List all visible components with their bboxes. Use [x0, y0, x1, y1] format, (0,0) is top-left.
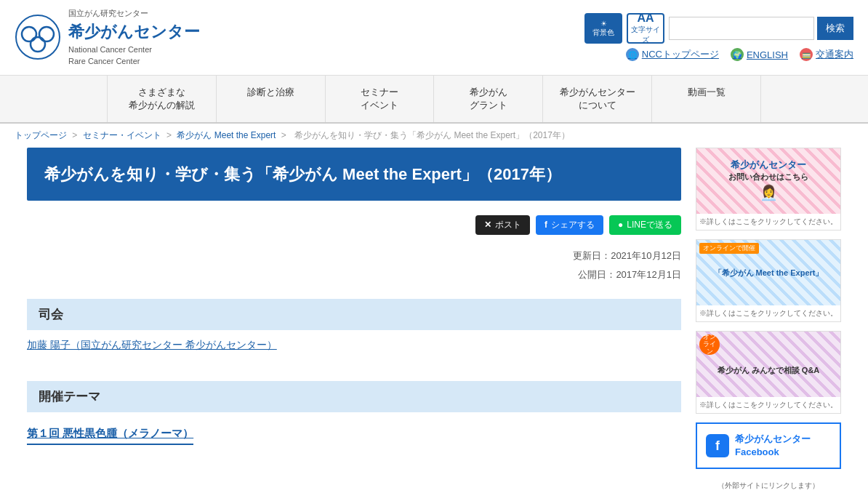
online-note: ※詳しくはここをクリックしてください。 [696, 305, 840, 321]
page-title: 希少がんを知り・学び・集う「希少がん Meet the Expert」（2017… [44, 162, 664, 186]
facebook-icon: f [706, 434, 729, 457]
qa-card-image: オンライン 希少がん みんなで相談 Q&A [696, 332, 840, 397]
inquiry-card-text: 希少がんセンター お問い合わせはこちら 👩‍💼 [728, 159, 808, 202]
svg-point-1 [22, 27, 36, 41]
inquiry-card[interactable]: 希少がんセンター お問い合わせはこちら 👩‍💼 ※詳しくはここをクリックしてくだ… [696, 148, 841, 231]
sidebar: 希少がんセンター お問い合わせはこちら 👩‍💼 ※詳しくはここをクリックしてくだ… [696, 148, 841, 491]
logo-sub: National Cancer CenterRare Cancer Center [68, 44, 200, 68]
facebook-share-button[interactable]: f シェアする [536, 215, 603, 235]
logo-icon [15, 14, 61, 60]
line-icon: ● [618, 220, 623, 230]
svg-point-2 [39, 27, 54, 41]
train-icon: 🚃 [800, 48, 813, 61]
nav-item-seminar[interactable]: セミナー イベント [326, 76, 435, 122]
header-tools: ☀ 背景色 AA 文字サイズ 検索 [584, 13, 853, 44]
dates-area: 更新日：2021年10月12日 公開日：2017年12月1日 [27, 246, 681, 284]
breadcrumb-sep1: > [72, 130, 79, 140]
nav-item-video[interactable]: 動画一覧 [652, 76, 761, 122]
updated-date: 更新日：2021年10月12日 [27, 246, 681, 265]
nav-inner: さまざまな 希少がんの解説 診断と治療 セミナー イベント 希少がん グラント … [107, 76, 761, 122]
qa-badge-icon: オンライン [699, 334, 720, 355]
bg-color-button[interactable]: ☀ 背景色 [584, 13, 622, 44]
inquiry-card-image: 希少がんセンター お問い合わせはこちら 👩‍💼 [696, 148, 840, 214]
breadcrumb-mte[interactable]: 希少がん Meet the Expert [177, 130, 276, 140]
breadcrumb-seminar[interactable]: セミナー・イベント [83, 130, 161, 140]
logo-main: 希少がんセンター [68, 20, 200, 44]
globe2-icon: 🌍 [731, 48, 744, 61]
online-card[interactable]: オンラインで開催 「希少がん Meet the Expert」 ※詳しくはここを… [696, 239, 841, 322]
fb-sub-note: （外部サイトにリンクします） [696, 481, 841, 491]
header-links: 🌐 NCCトップページ 🌍 ENGLISH 🚃 交通案内 [626, 48, 853, 61]
breadcrumb: トップページ > セミナー・イベント > 希少がん Meet the Exper… [0, 124, 868, 148]
qa-card[interactable]: オンライン 希少がん みんなで相談 Q&A ※詳しくはここをクリックしてください… [696, 331, 841, 414]
facebook-card[interactable]: f 希少がんセンター Facebook [696, 422, 841, 469]
nav-item-about[interactable]: 希少がんセンター について [543, 76, 652, 122]
breadcrumb-top[interactable]: トップページ [15, 130, 67, 140]
x-post-button[interactable]: ✕ ポスト [475, 215, 530, 235]
qa-card-text: 希少がん みんなで相談 Q&A [718, 353, 820, 375]
chair-section-header: 司会 [27, 299, 681, 330]
globe-icon: 🌐 [626, 48, 639, 61]
inquiry-note: ※詳しくはここをクリックしてください。 [696, 214, 840, 230]
main-nav: さまざまな 希少がんの解説 診断と治療 セミナー イベント 希少がん グラント … [0, 76, 868, 124]
search-bar: 検索 [669, 17, 853, 40]
online-card-text: 「希少がん Meet the Expert」 [714, 268, 824, 278]
theme-item-1-link[interactable]: 第１回 悪性黒色腫（メラノーマ） [27, 427, 193, 445]
search-input[interactable] [669, 17, 814, 40]
x-icon: ✕ [484, 220, 491, 230]
english-link[interactable]: 🌍 ENGLISH [731, 48, 788, 61]
main-layout: 希少がんを知り・学び・集う「希少がん Meet the Expert」（2017… [12, 148, 856, 493]
fb-icon: f [544, 220, 547, 230]
font-icon: AA [637, 12, 654, 25]
social-buttons: ✕ ポスト f シェアする ● LINEで送る [27, 215, 681, 235]
logo-org: 国立がん研究センター [68, 7, 200, 20]
access-link[interactable]: 🚃 交通案内 [800, 48, 853, 61]
qa-note: ※詳しくはここをクリックしてください。 [696, 397, 840, 413]
logo-text: 国立がん研究センター 希少がんセンター National Cancer Cent… [68, 7, 200, 68]
sun-icon: ☀ [600, 20, 607, 28]
content-area: 希少がんを知り・学び・集う「希少がん Meet the Expert」（2017… [27, 148, 681, 491]
line-share-button[interactable]: ● LINEで送る [609, 215, 681, 235]
font-size-button[interactable]: AA 文字サイズ [627, 13, 664, 44]
fb-label: 希少がんセンター Facebook [735, 433, 811, 459]
theme-section-header: 開催テーマ [27, 381, 681, 412]
breadcrumb-current: 希少がんを知り・学び・集う「希少がん Meet the Expert」（2017… [294, 130, 570, 140]
fb-text-area: 希少がんセンター Facebook [735, 433, 811, 459]
online-badge: オンラインで開催 [699, 243, 759, 254]
svg-point-3 [31, 37, 45, 52]
chair-person-link[interactable]: 加藤 陽子（国立がん研究センター 希少がんセンター） [27, 339, 277, 352]
breadcrumb-sep3: > [281, 130, 289, 140]
ncc-top-link[interactable]: 🌐 NCCトップページ [626, 48, 719, 61]
breadcrumb-sep2: > [166, 130, 174, 140]
theme-heading: 開催テーマ [39, 388, 670, 405]
chair-heading: 司会 [39, 306, 670, 323]
site-header: 国立がん研究センター 希少がんセンター National Cancer Cent… [0, 0, 868, 76]
online-card-image: オンラインで開催 「希少がん Meet the Expert」 [696, 240, 840, 305]
header-right: ☀ 背景色 AA 文字サイズ 検索 🌐 NCCトップページ 🌍 ENGLISH [584, 13, 853, 61]
nav-item-diagnosis[interactable]: 診断と治療 [217, 76, 326, 122]
nav-item-grant[interactable]: 希少がん グラント [434, 76, 543, 122]
search-button[interactable]: 検索 [817, 17, 853, 40]
page-title-box: 希少がんを知り・学び・集う「希少がん Meet the Expert」（2017… [27, 148, 681, 201]
nav-item-rare-cancer[interactable]: さまざまな 希少がんの解説 [107, 76, 217, 122]
published-date: 公開日：2017年12月1日 [27, 265, 681, 284]
logo-area: 国立がん研究センター 希少がんセンター National Cancer Cent… [15, 7, 200, 68]
